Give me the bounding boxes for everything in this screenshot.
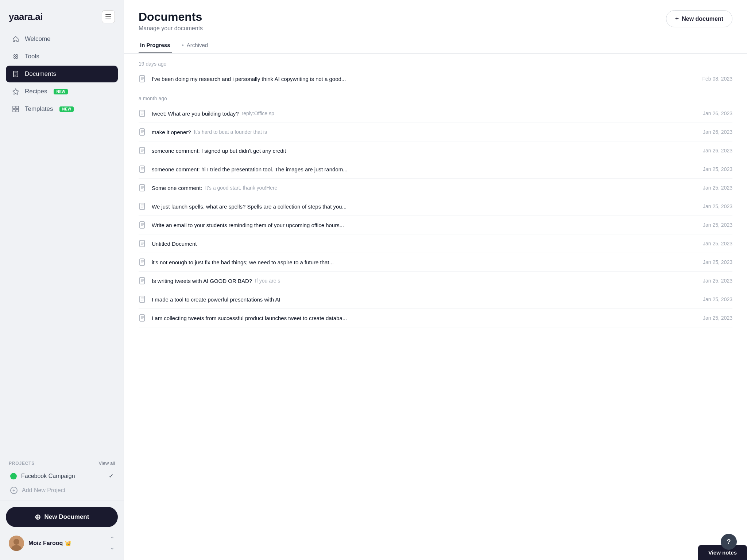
- sidebar-item-recipes[interactable]: Recipes NEW: [6, 83, 118, 100]
- user-name: Moiz Farooq 👑: [28, 540, 71, 547]
- recipes-new-badge: NEW: [54, 89, 68, 94]
- sidebar-item-welcome[interactable]: Welcome: [6, 31, 118, 47]
- doc-row[interactable]: Write an email to your students remindin…: [139, 216, 732, 234]
- document-icon: [139, 109, 147, 117]
- doc-row[interactable]: Untitled Document Jan 25, 2023: [139, 234, 732, 253]
- svg-rect-50: [140, 240, 144, 247]
- projects-label: PROJECTS: [9, 461, 35, 466]
- add-project-icon: +: [10, 487, 18, 494]
- doc-date: Jan 26, 2023: [703, 129, 732, 135]
- add-project-item[interactable]: + Add New Project: [6, 483, 118, 498]
- doc-title: I made a tool to create powerful present…: [152, 296, 280, 303]
- project-item-facebook-campaign[interactable]: Facebook Campaign ✓: [6, 469, 118, 483]
- doc-row[interactable]: I've been doing my research and i person…: [139, 70, 732, 88]
- project-check-icon: ✓: [109, 472, 113, 479]
- doc-subtitle: If you are s: [255, 278, 280, 284]
- svg-rect-12: [16, 106, 19, 109]
- avatar: [9, 536, 24, 551]
- help-button[interactable]: ?: [721, 534, 737, 550]
- svg-point-3: [14, 55, 16, 57]
- tools-icon: [12, 52, 20, 61]
- time-group-label-0: 19 days ago: [139, 54, 732, 70]
- sidebar-item-tools[interactable]: Tools: [6, 48, 118, 65]
- sidebar-toggle-icon: [105, 14, 111, 19]
- doc-subtitle: reply:Office sp: [241, 110, 274, 116]
- doc-row[interactable]: someone comment: I signed up but didn't …: [139, 141, 732, 160]
- user-profile[interactable]: Moiz Farooq 👑 ⌃⌄: [6, 532, 118, 554]
- page-subtitle: Manage your documents: [139, 25, 203, 32]
- doc-date: Jan 25, 2023: [703, 315, 732, 321]
- doc-row[interactable]: it's not enough to just fix the bad thin…: [139, 253, 732, 272]
- add-project-label: Add New Project: [22, 487, 65, 494]
- new-doc-plus-icon: +: [675, 15, 679, 23]
- doc-subtitle: It's hard to beat a founder that is: [194, 129, 267, 135]
- doc-title: Is writing tweets with AI GOOD OR BAD?: [152, 278, 252, 284]
- templates-new-badge: NEW: [59, 106, 74, 112]
- doc-title: make it opener?: [152, 129, 191, 135]
- svg-rect-34: [140, 166, 144, 172]
- doc-row[interactable]: someone comment: hi I tried the presenta…: [139, 160, 732, 179]
- view-all-link[interactable]: View all: [98, 460, 115, 466]
- doc-row[interactable]: Is writing tweets with AI GOOD OR BAD? I…: [139, 272, 732, 290]
- project-dot: [10, 473, 17, 479]
- doc-row[interactable]: make it opener? It's hard to beat a foun…: [139, 123, 732, 141]
- doc-date: Jan 26, 2023: [703, 148, 732, 153]
- doc-row[interactable]: tweet: What are you building today? repl…: [139, 104, 732, 123]
- tab-separator: •: [181, 38, 185, 53]
- tabs-bar: In Progress • Archived: [139, 38, 732, 53]
- doc-title: someone comment: I signed up but didn't …: [152, 148, 286, 154]
- doc-date: Feb 08, 2023: [702, 76, 732, 82]
- sidebar-toggle-button[interactable]: [102, 10, 115, 23]
- new-document-label: New Document: [44, 513, 89, 521]
- page-title: Documents: [139, 10, 203, 24]
- doc-row[interactable]: We just launch spells. what are spells? …: [139, 197, 732, 216]
- tab-in-progress[interactable]: In Progress: [139, 38, 172, 53]
- doc-title: it's not enough to just fix the bad thin…: [152, 259, 334, 265]
- new-document-header-button[interactable]: + New document: [666, 10, 732, 27]
- svg-rect-62: [140, 296, 144, 303]
- doc-title-area: tweet: What are you building today? repl…: [152, 110, 697, 117]
- new-document-plus-icon: ⊕: [35, 513, 41, 521]
- project-label: Facebook Campaign: [21, 473, 75, 479]
- doc-date: Jan 25, 2023: [703, 296, 732, 302]
- templates-label: Templates: [25, 105, 53, 113]
- doc-title-area: Write an email to your students remindin…: [152, 222, 697, 228]
- svg-rect-42: [140, 203, 144, 210]
- sidebar-item-documents[interactable]: Documents: [6, 66, 118, 82]
- welcome-label: Welcome: [25, 35, 51, 43]
- doc-row[interactable]: I made a tool to create powerful present…: [139, 290, 732, 309]
- document-icon: [139, 314, 147, 322]
- document-icon: [139, 128, 147, 136]
- help-icon: ?: [727, 538, 731, 546]
- doc-title-area: I've been doing my research and i person…: [152, 76, 696, 82]
- new-document-button[interactable]: ⊕ New Document: [6, 507, 118, 527]
- doc-subtitle: It's a good start, thank you!Here: [205, 185, 277, 191]
- doc-title-area: I am collecting tweets from successful p…: [152, 315, 697, 321]
- doc-date: Jan 26, 2023: [703, 110, 732, 116]
- doc-title: I've been doing my research and i person…: [152, 76, 346, 82]
- doc-row[interactable]: Some one comment: It's a good start, tha…: [139, 179, 732, 197]
- doc-row[interactable]: I am collecting tweets from successful p…: [139, 309, 732, 327]
- home-icon: [12, 35, 20, 43]
- svg-rect-2: [105, 19, 111, 19]
- documents-icon: [12, 70, 20, 78]
- time-group-label-1: a month ago: [139, 88, 732, 104]
- doc-title-area: Untitled Document: [152, 241, 697, 247]
- doc-title-area: Some one comment: It's a good start, tha…: [152, 185, 697, 191]
- doc-title-area: We just launch spells. what are spells? …: [152, 203, 697, 210]
- sidebar-item-templates[interactable]: Templates NEW: [6, 101, 118, 117]
- doc-title: Some one comment:: [152, 185, 202, 191]
- svg-rect-26: [140, 129, 144, 135]
- tools-label: Tools: [25, 53, 39, 60]
- crown-icon: 👑: [65, 540, 71, 546]
- documents-label: Documents: [25, 70, 56, 78]
- tab-archived[interactable]: Archived: [185, 38, 209, 53]
- document-icon: [139, 165, 147, 173]
- view-notes-bar[interactable]: View notes: [698, 545, 747, 560]
- svg-rect-14: [16, 109, 19, 112]
- doc-title-area: Is writing tweets with AI GOOD OR BAD? I…: [152, 278, 697, 284]
- document-icon: [139, 147, 147, 155]
- svg-rect-38: [140, 184, 144, 191]
- sidebar-header: yaara.ai: [0, 0, 124, 31]
- templates-icon: [12, 105, 20, 113]
